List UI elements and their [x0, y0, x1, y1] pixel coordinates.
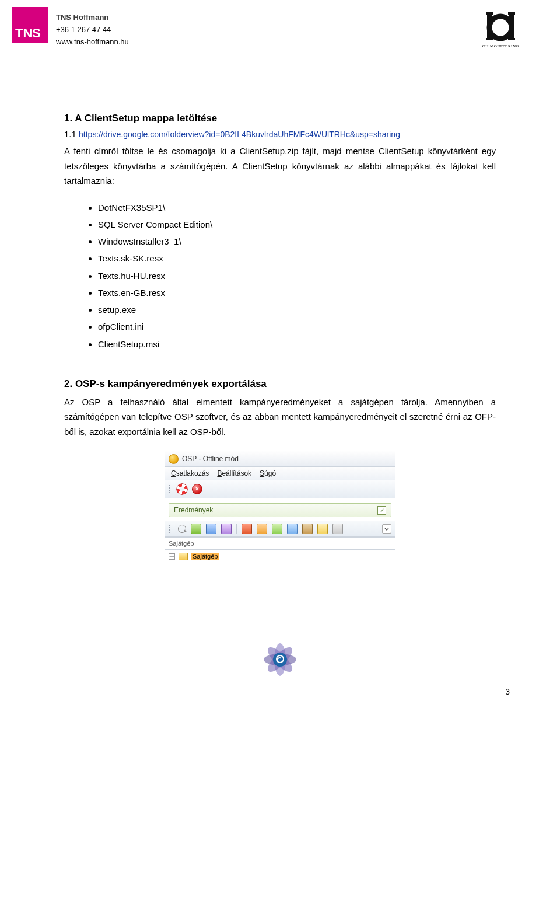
page-number: 3	[505, 687, 510, 696]
download-link[interactable]: https://drive.google.com/folderview?id=0…	[79, 130, 400, 139]
svg-rect-6	[508, 38, 515, 40]
oh-caption: OH MONITORING	[482, 44, 519, 48]
tree-row[interactable]: — Sajátgép	[165, 550, 395, 563]
toolbar-top: ×	[165, 480, 395, 498]
results-label: Eredmények	[174, 506, 213, 514]
flag-red-icon[interactable]	[242, 524, 252, 534]
menu-settings-label: eállítások	[222, 469, 251, 477]
flag-orange-icon[interactable]	[257, 524, 267, 534]
list-item: WindowsInstaller3_1\	[98, 233, 496, 250]
svg-rect-5	[486, 38, 493, 40]
lock-icon[interactable]	[317, 524, 328, 534]
export-blue-icon[interactable]	[287, 524, 298, 534]
company-phone: +36 1 267 47 44	[56, 24, 129, 36]
menu-help-label: úgó	[264, 469, 276, 477]
section1-subprefix: 1.1	[64, 129, 79, 139]
list-item: ClientSetup.msi	[98, 336, 496, 353]
list-item: DotNetFX35SP1\	[98, 199, 496, 216]
close-icon[interactable]: ×	[191, 483, 204, 496]
svg-rect-3	[486, 12, 493, 15]
header: TNS TNS Hoffmann +36 1 267 47 44 www.tns…	[64, 12, 496, 48]
menu-settings[interactable]: Beállítások	[217, 469, 251, 477]
footer-spiral-icon	[260, 639, 300, 680]
list-item: Texts.hu-HU.resx	[98, 267, 496, 284]
svg-rect-2	[509, 13, 514, 39]
list-item: setup.exe	[98, 301, 496, 318]
menubar: Csatlakozás Beállítások Súgó	[165, 467, 395, 480]
list-item: Texts.en-GB.resx	[98, 284, 496, 301]
svg-rect-1	[487, 13, 492, 39]
toolbar-results	[165, 521, 395, 537]
company-name: TNS Hoffmann	[56, 12, 129, 24]
grip-icon	[169, 525, 172, 533]
company-site: www.tns-hoffmann.hu	[56, 36, 129, 48]
window-title: OSP - Offline mód	[182, 455, 239, 463]
titlebar: OSP - Offline mód	[165, 451, 395, 467]
doc-green-icon[interactable]	[191, 524, 201, 534]
tns-logo: TNS	[12, 7, 48, 43]
menu-connect[interactable]: Csatlakozás	[171, 469, 209, 477]
doc-blue-icon[interactable]	[206, 524, 216, 534]
menu-connect-label: satlakozás	[176, 469, 209, 477]
path-input[interactable]: Sajátgép	[165, 537, 395, 550]
folder-icon	[178, 553, 188, 560]
footer: 3	[64, 639, 496, 698]
section1-title: 1. A ClientSetup mappa letöltése	[64, 113, 496, 124]
svg-point-0	[489, 16, 512, 39]
section1-paragraph: A fenti címről töltse le és csomagolja k…	[64, 144, 496, 189]
svg-rect-4	[508, 12, 515, 15]
help-icon[interactable]	[176, 483, 188, 496]
doc-purple-icon[interactable]	[221, 524, 232, 534]
search-icon[interactable]	[178, 525, 186, 533]
dropdown-icon[interactable]	[382, 524, 391, 534]
grip-icon	[169, 485, 172, 493]
list-item: ofpClient.ini	[98, 318, 496, 335]
box-brown-icon[interactable]	[302, 524, 313, 534]
section2-paragraph: Az OSP a felhasználó által elmentett kam…	[64, 395, 496, 440]
tree-node-label: Sajátgép	[191, 553, 219, 560]
list-item: Texts.sk-SK.resx	[98, 250, 496, 267]
results-panel-header[interactable]: Eredmények ✓	[169, 503, 391, 517]
osp-window: OSP - Offline mód Csatlakozás Beállításo…	[164, 451, 396, 563]
oh-logo	[484, 12, 517, 42]
copy-icon[interactable]	[332, 524, 343, 534]
section2-title: 2. OSP-s kampányeredmények exportálása	[64, 378, 496, 390]
list-item: SQL Server Compact Edition\	[98, 216, 496, 233]
app-icon	[169, 454, 178, 464]
tree-toggle-icon[interactable]: —	[169, 553, 175, 560]
file-list: DotNetFX35SP1\ SQL Server Compact Editio…	[64, 199, 496, 353]
menu-help[interactable]: Súgó	[260, 469, 276, 477]
results-checkbox[interactable]: ✓	[377, 506, 386, 515]
svg-point-11	[273, 653, 287, 667]
export-green-icon[interactable]	[272, 524, 282, 534]
